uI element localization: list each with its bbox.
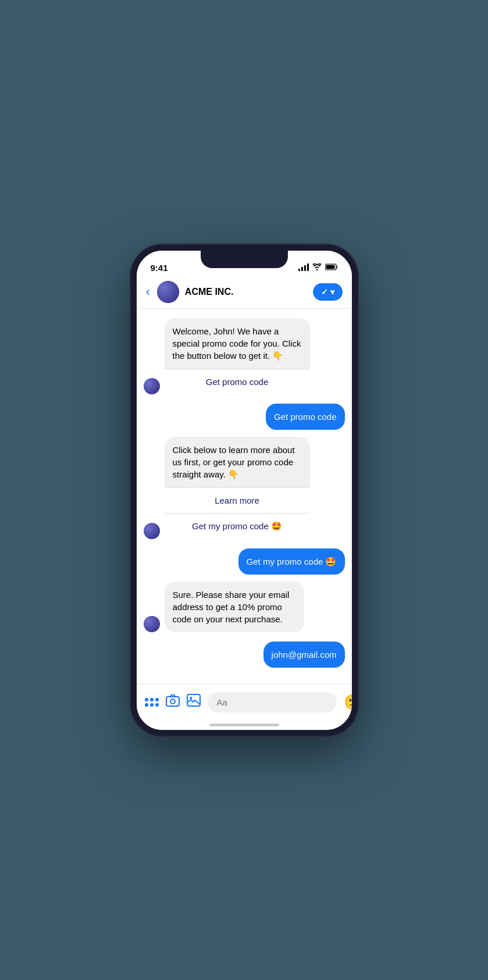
message-input[interactable] <box>208 692 337 712</box>
bot-avatar-3 <box>144 616 160 632</box>
bottom-toolbar: 🙂 👍 <box>137 683 352 730</box>
chat-area: Welcome, John! We have a special promo c… <box>137 309 352 683</box>
camera-icon[interactable] <box>166 694 180 710</box>
dots-menu-icon[interactable] <box>145 698 159 707</box>
action-button[interactable]: ✓ ▾ <box>313 283 343 301</box>
wifi-icon <box>312 262 322 273</box>
message-row-user-3: john@gmail.com <box>144 642 345 668</box>
status-time: 9:41 <box>151 263 168 273</box>
message-row-bot-3: Sure. Please share your email address to… <box>144 582 345 632</box>
check-icon: ✓ <box>321 287 328 297</box>
user-bubble-1: Get promo code <box>266 404 345 430</box>
phone-frame: 9:41 ‹ <box>131 245 358 736</box>
battery-icon <box>325 262 338 273</box>
bot-card-text-1: Welcome, John! We have a special promo c… <box>165 318 310 369</box>
message-row: Welcome, John! We have a special promo c… <box>144 318 345 394</box>
chat-header: ‹ ACME INC. ✓ ▾ <box>137 276 352 309</box>
bot-card-text-2: Click below to learn more about us first… <box>165 437 310 487</box>
user-bubble-3: john@gmail.com <box>263 642 345 668</box>
avatar <box>157 281 179 303</box>
user-bubble-2: Get my promo code 🤩 <box>238 548 345 575</box>
svg-point-5 <box>190 697 192 699</box>
bot-card-1: Welcome, John! We have a special promo c… <box>165 318 310 394</box>
image-icon[interactable] <box>187 694 201 710</box>
bot-avatar-2 <box>144 523 160 539</box>
learn-more-button[interactable]: Learn more <box>165 487 310 513</box>
bot-avatar <box>144 378 160 394</box>
message-row-user-2: Get my promo code 🤩 <box>144 548 345 575</box>
message-row-bot-2: Click below to learn more about us first… <box>144 437 345 539</box>
svg-rect-2 <box>166 697 179 706</box>
notch <box>201 251 288 268</box>
svg-point-3 <box>170 699 175 704</box>
back-button[interactable]: ‹ <box>146 284 150 300</box>
message-row-user-1: Get promo code <box>144 404 345 430</box>
emoji-icon[interactable]: 🙂 <box>344 693 358 711</box>
dropdown-icon: ▾ <box>330 287 334 297</box>
svg-rect-1 <box>326 265 334 269</box>
bot-bubble-3: Sure. Please share your email address to… <box>165 582 304 632</box>
get-promo-code-button-1[interactable]: Get promo code <box>165 369 310 394</box>
bot-card-2: Click below to learn more about us first… <box>165 437 310 539</box>
status-icons <box>298 262 338 273</box>
home-indicator <box>209 724 279 726</box>
get-my-promo-code-button[interactable]: Get my promo code 🤩 <box>165 513 310 539</box>
signal-icon <box>298 263 309 271</box>
header-title: ACME INC. <box>185 287 313 297</box>
